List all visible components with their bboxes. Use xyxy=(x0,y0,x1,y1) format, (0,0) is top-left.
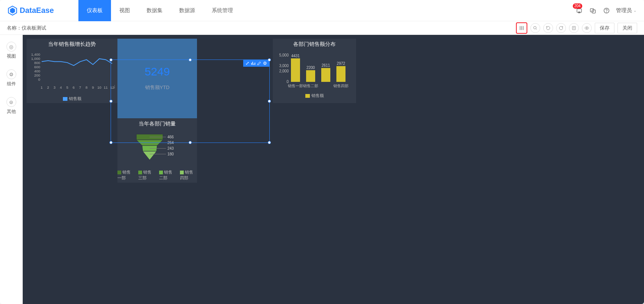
nav-tabs: 仪表板 视图 数据集 数据源 系统管理 xyxy=(78,0,241,21)
svg-point-11 xyxy=(534,26,536,29)
brand-logo-icon xyxy=(8,6,17,16)
export-button[interactable] xyxy=(569,23,579,33)
funnel-legend: 销售一部销售三部销售二部销售四部 xyxy=(117,169,197,181)
line-chart-svg: 1,4001,0008006004002000 123456789101112 … xyxy=(30,51,115,92)
resize-handle-w[interactable] xyxy=(109,100,113,103)
gear-icon: ⚙ xyxy=(6,69,16,79)
panel-line-chart[interactable]: 当年销售额增长趋势 1,4001,0008006004002000 123456… xyxy=(27,39,117,103)
nav-tab-dashboard[interactable]: 仪表板 xyxy=(78,0,111,21)
save-button[interactable]: 保存 xyxy=(595,23,614,33)
left-side-panel: ◎ 视图 ⚙ 组件 ⊜ 其他 xyxy=(0,35,23,304)
line-chart-body: 1,4001,0008006004002000 123456789101112 … xyxy=(27,48,117,94)
svg-text:3: 3 xyxy=(53,85,55,89)
undo-button[interactable] xyxy=(556,23,566,33)
resize-handle-sw[interactable] xyxy=(109,141,113,144)
matrix-toggle-button[interactable] xyxy=(516,22,527,34)
chevron-down-icon: ⌄ xyxy=(633,8,636,13)
nav-tab-dataset[interactable]: 数据集 xyxy=(138,0,171,21)
bars-icon[interactable] xyxy=(251,61,255,66)
notifications-badge: 204 xyxy=(573,3,582,9)
svg-point-7 xyxy=(606,12,607,12)
svg-text:8: 8 xyxy=(86,85,88,89)
brand-name: DataEase xyxy=(20,6,54,15)
selection-toolbar: ⤢ ⚙ xyxy=(243,60,269,67)
nav-right: 204 管理员 ⌄ xyxy=(575,6,636,15)
svg-rect-39 xyxy=(291,58,300,82)
search-button[interactable] xyxy=(530,23,540,33)
other-icon: ⊜ xyxy=(6,97,16,107)
svg-marker-53 xyxy=(143,151,157,160)
side-tab-other[interactable]: ⊜ 其他 xyxy=(0,94,22,118)
svg-text:1,400: 1,400 xyxy=(31,52,40,56)
nav-tab-datasource[interactable]: 数据源 xyxy=(171,0,203,21)
svg-text:7: 7 xyxy=(79,85,81,89)
svg-rect-42 xyxy=(336,66,345,82)
side-tab-component[interactable]: ⚙ 组件 xyxy=(0,66,22,90)
resize-handle-se[interactable] xyxy=(268,141,271,144)
language-icon[interactable] xyxy=(589,6,597,15)
nav-tab-system[interactable]: 系统管理 xyxy=(203,0,241,21)
svg-text:0: 0 xyxy=(38,77,40,81)
svg-rect-41 xyxy=(321,68,330,82)
svg-text:4: 4 xyxy=(60,85,62,89)
svg-text:2611: 2611 xyxy=(322,63,330,67)
svg-text:6: 6 xyxy=(73,85,75,89)
expand-icon[interactable]: ⤢ xyxy=(245,61,249,66)
svg-text:10: 10 xyxy=(97,85,102,89)
line-legend: 销售额 xyxy=(27,96,117,102)
svg-text:2972: 2972 xyxy=(337,61,345,66)
svg-text:2: 2 xyxy=(47,85,49,89)
editor-actions: 保存 关闭 xyxy=(516,22,637,34)
name-label: 名称： xyxy=(7,25,22,31)
line-legend-label: 销售额 xyxy=(69,96,81,101)
svg-rect-40 xyxy=(306,70,315,82)
close-button[interactable]: 关闭 xyxy=(617,23,637,33)
side-tab-view-label: 视图 xyxy=(7,53,16,60)
nav-tab-view[interactable]: 视图 xyxy=(111,0,138,21)
svg-text:400: 400 xyxy=(34,69,40,73)
svg-text:1: 1 xyxy=(41,85,42,89)
line-legend-swatch xyxy=(63,97,67,101)
svg-text:4431: 4431 xyxy=(291,54,300,58)
panel-bar-title: 各部门销售额分布 xyxy=(273,39,356,48)
svg-text:销售二部: 销售二部 xyxy=(303,84,318,88)
resize-handle-ne[interactable] xyxy=(268,58,271,61)
svg-text:5: 5 xyxy=(66,85,68,89)
svg-text:600: 600 xyxy=(34,65,40,69)
preview-button[interactable] xyxy=(582,23,592,33)
bar-chart-svg: 5,0003,0002,0000 4431220026112972 销售一部销售… xyxy=(273,48,356,89)
dashboard-canvas[interactable]: 当年销售额增长趋势 1,4001,0008006004002000 123456… xyxy=(23,35,644,304)
svg-text:销售一部: 销售一部 xyxy=(288,84,303,88)
resize-handle-nw[interactable] xyxy=(109,58,113,61)
panel-line-title: 当年销售额增长趋势 xyxy=(27,39,117,48)
dashboard-name: 仪表板测试 xyxy=(22,25,46,31)
brand-logo: DataEase xyxy=(8,6,54,16)
notifications-icon[interactable]: 204 xyxy=(575,6,583,15)
editor-body: ◎ 视图 ⚙ 组件 ⊜ 其他 当年销售额增长趋势 1,4001,00080060… xyxy=(0,35,644,304)
svg-text:5,000: 5,000 xyxy=(279,53,289,57)
svg-text:0: 0 xyxy=(286,80,289,84)
editor-toolbar: 名称： 仪表板测试 保存 关闭 xyxy=(0,21,644,35)
settings-icon[interactable]: ⚙ xyxy=(263,61,267,66)
bar-legend-label: 销售额 xyxy=(311,93,324,98)
redo-button[interactable] xyxy=(543,23,553,33)
help-icon[interactable] xyxy=(602,6,611,15)
resize-handle-s[interactable] xyxy=(189,141,192,144)
bar-legend: 销售额 xyxy=(273,93,356,99)
side-tab-component-label: 组件 xyxy=(7,81,16,87)
bar-legend-swatch xyxy=(305,94,310,98)
side-tab-view[interactable]: ◎ 视图 xyxy=(0,39,22,63)
resize-handle-n[interactable] xyxy=(189,58,192,61)
user-menu[interactable]: 管理员 ⌄ xyxy=(616,7,636,14)
svg-text:2,000: 2,000 xyxy=(279,69,289,73)
panel-bar-chart[interactable]: 各部门销售额分布 5,0003,0002,0000 44312200261129… xyxy=(273,39,356,103)
selection-box[interactable]: ⤢ ⚙ xyxy=(111,60,270,143)
edit-icon[interactable] xyxy=(257,61,261,66)
top-nav: DataEase 仪表板 视图 数据集 数据源 系统管理 204 管理员 ⌄ xyxy=(0,0,644,21)
svg-text:800: 800 xyxy=(34,61,40,65)
resize-handle-e[interactable] xyxy=(268,100,271,103)
svg-text:9: 9 xyxy=(92,85,94,89)
svg-text:2200: 2200 xyxy=(306,66,315,70)
svg-marker-1 xyxy=(10,8,15,13)
svg-line-12 xyxy=(536,28,537,30)
